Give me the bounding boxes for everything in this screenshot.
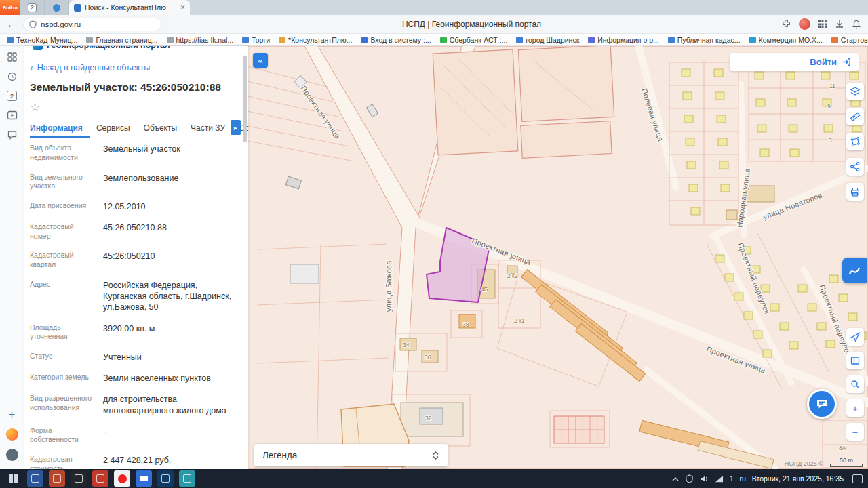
nspd-logo-icon bbox=[33, 46, 43, 50]
bookmark-favicon bbox=[7, 37, 14, 43]
bookmark-item[interactable]: Торги bbox=[242, 36, 270, 44]
profile-avatar[interactable] bbox=[799, 18, 810, 30]
field-label: Площадь уточненная bbox=[30, 323, 96, 342]
print-button[interactable] bbox=[846, 183, 864, 201]
bookmark-label: *КонсультантПлю... bbox=[288, 36, 352, 44]
notifications-bell-icon[interactable] bbox=[852, 20, 861, 29]
taskbar-app-8[interactable] bbox=[179, 470, 195, 487]
bookmark-favicon bbox=[749, 37, 756, 43]
layers-button[interactable] bbox=[846, 83, 864, 100]
chat-button[interactable] bbox=[807, 389, 837, 419]
field-value: Учтенный bbox=[103, 352, 241, 363]
language-indicator[interactable]: ru bbox=[739, 474, 745, 483]
active-tab[interactable]: Поиск - КонсультантПлю × bbox=[69, 0, 190, 15]
zoom-out-button[interactable]: − bbox=[846, 423, 864, 441]
panel-scrollbar[interactable] bbox=[243, 56, 247, 142]
measure-area-button[interactable] bbox=[846, 133, 864, 150]
bookmark-item[interactable]: *КонсультантПлю... bbox=[279, 36, 352, 44]
tray-chevron-icon[interactable] bbox=[672, 476, 679, 481]
map-container[interactable]: Проектная улица улица Бажова Проектная у… bbox=[248, 46, 868, 469]
bookmark-favicon bbox=[242, 37, 249, 43]
taskbar-app-word[interactable] bbox=[27, 470, 43, 487]
windows-taskbar: 1 ru Вторник, 21 янв 2025, 16:35 bbox=[0, 469, 868, 488]
history-clock-icon[interactable] bbox=[7, 71, 18, 82]
map-tools-top bbox=[846, 83, 864, 201]
search-area-button[interactable] bbox=[846, 375, 864, 393]
back-to-results-link[interactable]: ‹ Назад в найденные объекты bbox=[30, 54, 241, 74]
shield-icon[interactable] bbox=[685, 474, 694, 483]
bookmark-item[interactable]: Информация о р... bbox=[588, 36, 659, 44]
zoom-in-button[interactable]: + bbox=[846, 399, 864, 417]
page-title: НСПД | Геоинформационный портал bbox=[169, 20, 774, 29]
pinned-tab[interactable] bbox=[45, 0, 69, 15]
chat-bubble-icon[interactable] bbox=[7, 129, 18, 140]
cadastral-map[interactable]: Проектная улица улица Бажова Проектная у… bbox=[248, 46, 868, 469]
field-label: Дата присвоения bbox=[30, 201, 96, 212]
back-button[interactable]: ← bbox=[7, 19, 16, 30]
locate-button[interactable] bbox=[846, 328, 864, 346]
panels-button[interactable] bbox=[846, 352, 864, 369]
bookmark-label: город Шадринск bbox=[526, 36, 579, 44]
bookmark-item[interactable]: Сбербанк-АСТ :... bbox=[440, 36, 508, 44]
field-value: 45:26:050210:88 bbox=[103, 222, 241, 241]
bookmark-label: https://fias-lk.nal... bbox=[176, 36, 234, 44]
bookmark-item[interactable]: Коммерция МО.Х... bbox=[749, 36, 823, 44]
tabs-scroll-right-button[interactable]: ▸ bbox=[231, 120, 241, 135]
share-button[interactable] bbox=[846, 158, 864, 176]
taskbar-app-4[interactable] bbox=[92, 470, 108, 487]
browser-profile-button[interactable]: Войти bbox=[0, 0, 20, 15]
field-label: Кадастровый квартал bbox=[30, 251, 96, 269]
bookmark-item[interactable]: Стартовая стран... bbox=[831, 36, 868, 44]
bookmark-item[interactable]: https://fias-lk.nal... bbox=[167, 36, 234, 44]
site-header-text: Геоинформационный портал bbox=[47, 46, 170, 50]
tab-obekty[interactable]: Объекты bbox=[137, 119, 184, 138]
pinned-tab-counter[interactable]: 2 bbox=[20, 0, 45, 15]
bookmark-item[interactable]: ТехноКад-Муниц... bbox=[7, 36, 77, 44]
assistant-icon[interactable] bbox=[6, 428, 18, 441]
bookmark-item[interactable]: Вход в систему :... bbox=[361, 36, 431, 44]
bookmark-item[interactable]: город Шадринск bbox=[516, 36, 579, 44]
tabs-counter-badge[interactable]: 2 bbox=[7, 91, 17, 101]
desktop: Войти 2 Поиск - КонсультантПлю × ← nspd.… bbox=[0, 0, 868, 488]
address-bar[interactable]: nspd.gov.ru bbox=[23, 18, 162, 31]
taskbar-app-3[interactable] bbox=[71, 470, 87, 487]
field-value: 45:26:050210 bbox=[103, 251, 241, 269]
tab-servisy[interactable]: Сервисы bbox=[90, 119, 137, 138]
bookmark-item[interactable]: Публичная кадас... bbox=[668, 36, 741, 44]
services-tiles-icon[interactable] bbox=[7, 52, 18, 62]
speaker-icon[interactable] bbox=[700, 474, 709, 483]
downloads-icon[interactable] bbox=[835, 20, 844, 29]
close-tab-icon[interactable]: × bbox=[180, 3, 185, 12]
draw-tool-button-active[interactable] bbox=[842, 258, 867, 283]
taskbar-app-mail[interactable] bbox=[136, 470, 152, 487]
legend-bar[interactable]: Легенда bbox=[254, 444, 448, 466]
bookmark-favicon bbox=[588, 37, 595, 43]
start-button[interactable] bbox=[3, 469, 23, 488]
collapse-panel-button[interactable]: « bbox=[253, 53, 268, 68]
field-value: для строительства многоквартирного жилог… bbox=[103, 394, 241, 416]
tab-informatsiya[interactable]: Информация bbox=[30, 119, 90, 138]
taskbar-app-2[interactable] bbox=[49, 470, 65, 487]
windows-logo-icon bbox=[9, 474, 18, 483]
system-tray: 1 ru Вторник, 21 янв 2025, 16:35 bbox=[672, 474, 865, 483]
tab-chasti-zu[interactable]: Части ЗУ bbox=[184, 119, 232, 138]
field-row: Дата присвоения12.05.2010 bbox=[30, 196, 241, 217]
taskbar-app-yandex-browser[interactable] bbox=[114, 470, 130, 487]
ruler-button[interactable] bbox=[846, 108, 864, 125]
login-bar[interactable]: Войти bbox=[730, 53, 859, 71]
garages-layer bbox=[554, 416, 604, 443]
add-panel-icon[interactable]: + bbox=[9, 409, 15, 420]
action-center-icon[interactable] bbox=[852, 474, 863, 483]
network-icon[interactable] bbox=[715, 474, 724, 483]
bookmark-favicon bbox=[167, 37, 174, 43]
apps-grid-icon[interactable] bbox=[818, 20, 827, 29]
bookmark-item[interactable]: Главная страниц... bbox=[86, 36, 157, 44]
profile-circle-icon[interactable] bbox=[6, 449, 18, 461]
favorite-star-icon[interactable]: ☆ bbox=[30, 96, 241, 116]
house-number: 9 bbox=[827, 103, 831, 110]
house-number: 32 bbox=[425, 415, 432, 422]
video-play-icon[interactable] bbox=[7, 110, 18, 121]
extensions-icon[interactable] bbox=[781, 19, 791, 29]
taskbar-app-7[interactable] bbox=[157, 470, 174, 487]
clock-datetime[interactable]: Вторник, 21 янв 2025, 16:35 bbox=[752, 474, 844, 483]
